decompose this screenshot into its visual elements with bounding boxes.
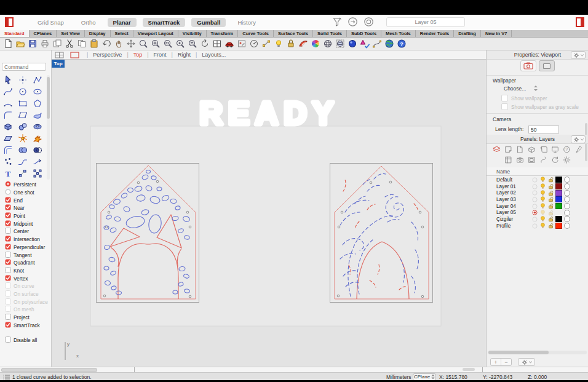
layer-lock-icon[interactable] — [547, 177, 555, 183]
add-layer-button[interactable]: + — [491, 359, 501, 365]
current-layer-radio[interactable] — [531, 177, 539, 183]
plane-tool-button[interactable] — [1, 132, 15, 144]
lamp-icon[interactable] — [273, 38, 284, 49]
layer-lock-icon[interactable] — [547, 190, 555, 196]
selection-filter-icon[interactable] — [332, 17, 342, 28]
layer-material-icon[interactable] — [563, 223, 571, 229]
osnap-point[interactable]: Point — [0, 212, 51, 220]
current-layer-field[interactable] — [386, 17, 465, 27]
named-views-icon[interactable] — [236, 38, 247, 49]
spheres-tool-button[interactable] — [15, 121, 30, 132]
layers-hscrollbar[interactable] — [488, 351, 587, 354]
osnap-persistent[interactable]: Persistent — [0, 181, 51, 189]
layer-lock-icon[interactable] — [547, 203, 555, 209]
cplane-dropdown[interactable]: CPlane — [413, 373, 436, 381]
viewport-properties-icon[interactable] — [520, 60, 536, 71]
copy-icon[interactable] — [76, 38, 87, 49]
command-scroll-panel-icon[interactable] — [538, 145, 549, 154]
wallpaper-choose-button[interactable]: Choose... — [504, 86, 526, 92]
layer-visibility-bulb-icon[interactable] — [539, 183, 547, 189]
current-layer-radio[interactable] — [531, 190, 539, 196]
point-tool-button[interactable] — [15, 74, 30, 86]
osnap-midpoint[interactable]: Midpoint — [0, 220, 51, 228]
layers-gear-icon[interactable] — [571, 135, 586, 143]
osnap-on-mesh[interactable]: On mesh — [0, 306, 51, 314]
viewport-tab-right[interactable]: Right — [178, 52, 191, 58]
sun-panel-icon[interactable] — [562, 155, 573, 164]
undo-icon[interactable] — [101, 38, 112, 49]
osnap-center[interactable]: Center — [0, 228, 51, 236]
notes-panel-icon[interactable] — [503, 145, 514, 154]
boolean-union-tool-button[interactable] — [15, 144, 30, 156]
file-panel-icon[interactable] — [515, 145, 526, 154]
osnap-disable-all[interactable]: Disable all — [0, 336, 51, 344]
move-icon[interactable] — [125, 38, 137, 49]
smash-tool-button[interactable] — [30, 132, 45, 144]
zoom-icon[interactable] — [138, 38, 149, 49]
flamingo-icon[interactable] — [298, 38, 309, 49]
osnap-knot[interactable]: Knot — [0, 267, 51, 275]
layer-row-layer-01[interactable]: Layer 01 — [487, 183, 588, 190]
array-grid-tool-button[interactable] — [30, 167, 45, 179]
tab-new-in-v7[interactable]: New in V7 — [481, 30, 512, 37]
osnap-nodes-icon[interactable] — [261, 38, 272, 49]
history-arrow-icon[interactable] — [348, 17, 358, 28]
viewport-tab-perspective[interactable]: Perspective — [93, 52, 122, 58]
open-file-icon[interactable] — [15, 38, 26, 49]
layer-lock-icon[interactable] — [547, 183, 555, 189]
explode-tool-button[interactable] — [15, 132, 30, 144]
layer-material-icon[interactable] — [563, 210, 571, 216]
zoom-dynamic-icon[interactable] — [150, 38, 161, 49]
remove-layer-button[interactable]: − — [501, 359, 511, 365]
layers-panel-icon[interactable] — [491, 145, 503, 154]
zoom-selected-icon[interactable] — [175, 38, 186, 49]
zoom-extents-icon[interactable] — [187, 38, 198, 49]
tab-drafting[interactable]: Drafting — [454, 30, 481, 37]
layer-row-layer-03[interactable]: Layer 03 — [487, 196, 588, 203]
arc-tool-button[interactable] — [1, 97, 15, 109]
layer-material-icon[interactable] — [563, 196, 571, 202]
layer-color-swatch[interactable] — [555, 177, 563, 183]
lock-icon[interactable] — [285, 38, 296, 49]
current-layer-radio[interactable] — [531, 197, 539, 202]
tab-set-view[interactable]: Set View — [57, 30, 85, 37]
layer-lock-icon[interactable] — [547, 216, 555, 222]
object-properties-icon[interactable] — [539, 60, 555, 71]
help-circle-panel-icon[interactable]: ? — [562, 145, 573, 154]
viewport-tab-front[interactable]: Front — [154, 52, 167, 58]
copy-view-icon[interactable] — [52, 38, 63, 49]
layers-footer-gear-icon[interactable] — [518, 358, 535, 366]
extend-tool-button[interactable] — [30, 156, 45, 167]
render-cone-icon[interactable] — [359, 38, 370, 49]
hscrollbar-thumb[interactable] — [1, 368, 97, 372]
help-icon[interactable]: ? — [396, 38, 407, 49]
layer-visibility-bulb-icon[interactable] — [539, 223, 547, 229]
tab-transform[interactable]: Transform — [207, 30, 239, 37]
cut-icon[interactable] — [64, 38, 75, 49]
show-wallpaper-checkbox[interactable]: Show wallpaper — [501, 95, 547, 101]
layer-color-swatch[interactable] — [555, 196, 563, 202]
layer-lock-icon[interactable] — [547, 196, 555, 202]
patch-tool-button[interactable] — [30, 109, 45, 121]
hook-panel-icon[interactable] — [538, 155, 549, 164]
osnap-perpendicular[interactable]: Perpendicular — [0, 244, 51, 252]
tab-surface-tools[interactable]: Surface Tools — [274, 30, 313, 37]
layer-visibility-bulb-icon[interactable] — [539, 190, 547, 196]
camera-panel-icon[interactable] — [515, 155, 526, 164]
layer-material-icon[interactable] — [563, 183, 571, 189]
tab-subd-tools[interactable]: SubD Tools — [347, 30, 381, 37]
layer-row-profile[interactable]: Profile — [487, 223, 588, 229]
command-input[interactable] — [2, 63, 46, 71]
layer-visibility-bulb-icon[interactable] — [539, 203, 547, 209]
circle-tool-button[interactable] — [15, 86, 30, 97]
layers-name-column-header[interactable]: Name — [487, 167, 588, 176]
osnap-smarttrack[interactable]: SmartTrack — [0, 321, 51, 329]
fillet-edge-tool-button[interactable] — [1, 144, 15, 156]
tab-render-tools[interactable]: Render Tools — [416, 30, 454, 37]
earth-icon[interactable] — [384, 38, 395, 49]
toggle-smarttrack[interactable]: SmartTrack — [143, 18, 186, 27]
layer-color-swatch[interactable] — [555, 183, 563, 189]
osnap-on-surface[interactable]: On surface — [0, 290, 51, 298]
layer-color-swatch[interactable] — [555, 223, 563, 229]
curve-graph-icon[interactable] — [371, 38, 383, 49]
